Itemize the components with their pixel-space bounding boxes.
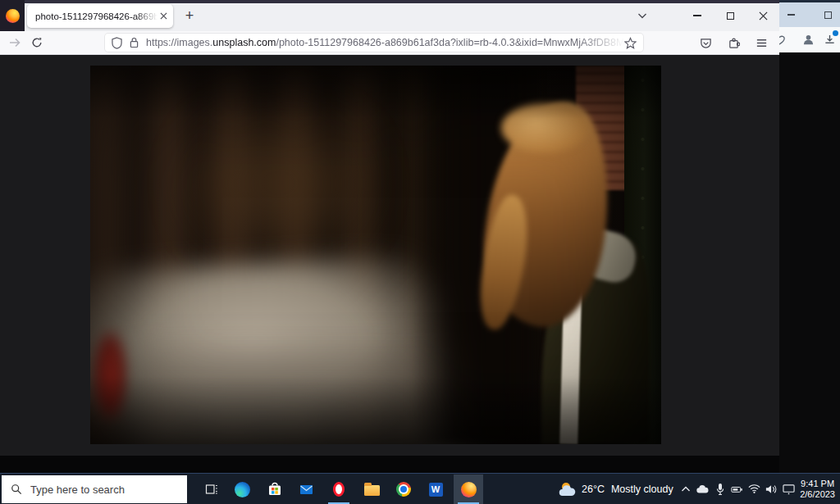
browser-content <box>0 55 779 456</box>
system-tray <box>679 474 795 504</box>
weather-icon <box>558 481 578 497</box>
bg-maximize-icon[interactable] <box>824 11 832 19</box>
bg-minimize-icon[interactable] <box>788 14 795 15</box>
reload-button[interactable] <box>31 37 43 48</box>
taskbar-app-file-explorer[interactable] <box>357 474 386 504</box>
onedrive-cloud-icon[interactable] <box>696 484 709 494</box>
battery-icon[interactable] <box>731 484 743 494</box>
taskbar-app-chrome[interactable] <box>389 474 418 504</box>
microsoft-store-icon <box>267 482 282 497</box>
clock-time: 9:41 PM <box>800 479 835 489</box>
opera-icon <box>333 482 345 497</box>
address-bar[interactable]: https://images.unsplash.com/photo-151129… <box>105 34 643 52</box>
word-icon: W <box>429 483 443 497</box>
weather-condition: Mostly cloudy <box>611 484 673 495</box>
downloads-icon[interactable] <box>824 34 836 46</box>
favorites-heart-icon[interactable] <box>779 34 786 45</box>
taskbar: Type here to search W <box>0 473 840 504</box>
url-text: https://images.unsplash.com/photo-151129… <box>146 37 624 48</box>
microphone-icon[interactable] <box>714 483 726 496</box>
close-icon <box>759 11 768 20</box>
window-top-edge <box>0 0 779 3</box>
unsplash-photo[interactable] <box>90 66 661 444</box>
extensions-puzzle-icon[interactable] <box>728 37 740 49</box>
download-badge <box>833 30 838 36</box>
weather-widget[interactable]: 26°C Mostly cloudy <box>558 474 673 504</box>
background-window-toolbar <box>779 27 840 52</box>
tab-title: photo-1511297968426-a869b61af3d <box>35 11 160 21</box>
taskbar-app-word[interactable]: W <box>421 474 450 504</box>
window-controls <box>681 0 779 31</box>
tab-bar: photo-1511297968426-a869b61af3d + <box>0 0 779 31</box>
url-protocol: https://images. <box>146 37 212 48</box>
desktop-background <box>0 456 779 473</box>
taskbar-app-store[interactable] <box>260 474 290 504</box>
taskbar-search[interactable]: Type here to search <box>2 475 187 503</box>
file-explorer-icon <box>364 485 380 496</box>
url-path: /photo-1511297968426-a869b61af3da?ixlib=… <box>276 37 624 48</box>
maximize-button[interactable] <box>714 0 746 31</box>
browser-tab[interactable]: photo-1511297968426-a869b61af3d <box>27 4 173 28</box>
maximize-icon <box>727 12 734 20</box>
task-view-button[interactable] <box>197 474 226 504</box>
photo-vignette <box>90 66 661 444</box>
menu-hamburger-icon[interactable] <box>756 37 768 49</box>
firefox-icon <box>461 482 477 497</box>
url-domain: unsplash.com <box>212 37 276 48</box>
taskbar-app-mail[interactable] <box>291 474 321 504</box>
desktop-screen: photo-1511297968426-a869b61af3d + <box>0 0 840 504</box>
toolbar-right-icons <box>700 31 768 55</box>
background-window-titlebar <box>779 0 840 27</box>
task-view-icon <box>204 482 219 497</box>
pocket-icon[interactable] <box>700 37 712 49</box>
tab-close-icon[interactable] <box>160 12 167 20</box>
minimize-button[interactable] <box>681 0 714 31</box>
connect-display-icon[interactable] <box>783 484 795 495</box>
tracking-protection-shield-icon[interactable] <box>112 37 122 49</box>
navigation-toolbar: https://images.unsplash.com/photo-151129… <box>0 31 779 55</box>
firefox-window: photo-1511297968426-a869b61af3d + <box>0 0 779 456</box>
taskbar-app-opera[interactable] <box>324 474 354 504</box>
list-all-tabs-chevron-icon[interactable] <box>633 7 651 24</box>
taskbar-app-edge[interactable] <box>227 474 257 504</box>
taskbar-clock[interactable]: 9:41 PM 2/6/2023 <box>800 474 835 504</box>
volume-icon[interactable] <box>765 484 778 495</box>
clock-date: 2/6/2023 <box>800 489 835 500</box>
firefox-app-button[interactable] <box>0 0 25 31</box>
weather-temp: 26°C <box>582 484 605 495</box>
https-lock-icon[interactable] <box>130 37 139 48</box>
taskbar-app-firefox[interactable] <box>454 474 483 504</box>
profile-avatar-icon[interactable] <box>802 34 815 46</box>
mail-icon <box>299 482 314 497</box>
chrome-icon <box>396 482 411 497</box>
background-window[interactable] <box>779 0 840 473</box>
edge-icon <box>235 482 250 497</box>
minimize-icon <box>693 15 701 16</box>
forward-button[interactable] <box>8 36 21 49</box>
new-tab-button[interactable]: + <box>180 6 199 25</box>
hidden-icons-chevron-icon[interactable] <box>679 486 692 493</box>
close-button[interactable] <box>746 0 779 31</box>
firefox-logo-icon <box>6 9 20 23</box>
wifi-icon[interactable] <box>748 484 760 494</box>
search-icon <box>11 484 22 495</box>
bookmark-star-icon[interactable] <box>624 37 637 49</box>
search-placeholder: Type here to search <box>30 484 125 496</box>
